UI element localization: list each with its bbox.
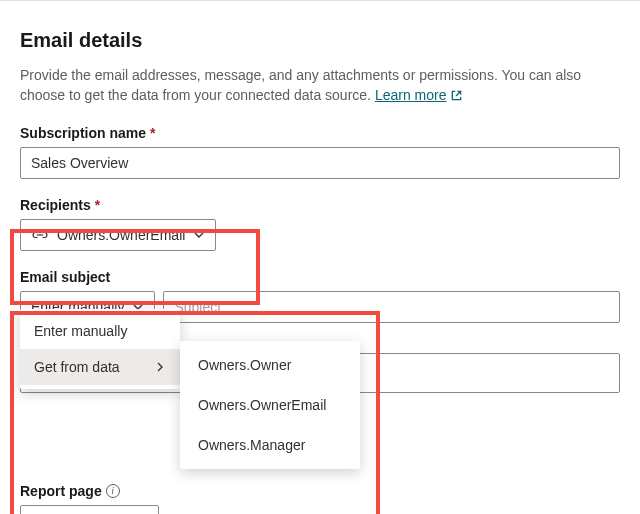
chevron-right-icon: [154, 361, 166, 373]
report-page-dropdown[interactable]: Sales Overview: [20, 505, 159, 514]
recipients-label: Recipients *: [20, 197, 620, 213]
external-link-icon: [450, 89, 463, 102]
description-text: Provide the email addresses, message, an…: [20, 67, 581, 103]
email-details-panel: Email details Provide the email addresse…: [20, 29, 620, 514]
report-page-label: Report page i: [20, 483, 620, 499]
submenu-item-owners-owner[interactable]: Owners.Owner: [180, 345, 360, 385]
subject-source-menu: Enter manually Get from data: [20, 309, 180, 389]
menu-item-get-from-data[interactable]: Get from data: [20, 349, 180, 385]
learn-more-link[interactable]: Learn more: [375, 86, 464, 106]
chevron-down-icon: [193, 229, 205, 241]
subscription-name-field: Subscription name *: [20, 125, 620, 179]
subject-data-submenu: Owners.Owner Owners.OwnerEmail Owners.Ma…: [180, 341, 360, 469]
required-asterisk: *: [150, 125, 155, 141]
submenu-item-owners-manager[interactable]: Owners.Manager: [180, 425, 360, 465]
learn-more-label: Learn more: [375, 86, 447, 106]
submenu-item-owners-owneremail[interactable]: Owners.OwnerEmail: [180, 385, 360, 425]
subject-input[interactable]: [163, 291, 620, 323]
menu-item-enter-manually[interactable]: Enter manually: [20, 313, 180, 349]
recipients-chip-label: Owners.OwnerEmail: [57, 227, 185, 243]
subscription-name-input[interactable]: [20, 147, 620, 179]
subscription-name-label: Subscription name *: [20, 125, 620, 141]
required-asterisk: *: [95, 197, 100, 213]
link-icon: [31, 228, 49, 242]
report-page-field: Report page i Sales Overview: [20, 483, 620, 514]
email-subject-label: Email subject: [20, 269, 620, 285]
recipients-field: Recipients * Owners.OwnerEmail: [20, 197, 620, 251]
info-icon[interactable]: i: [106, 484, 120, 498]
recipients-chip[interactable]: Owners.OwnerEmail: [20, 219, 216, 251]
panel-title: Email details: [20, 29, 620, 52]
panel-description: Provide the email addresses, message, an…: [20, 66, 620, 105]
email-subject-field: Email subject Enter manually Enter manua…: [20, 269, 620, 393]
